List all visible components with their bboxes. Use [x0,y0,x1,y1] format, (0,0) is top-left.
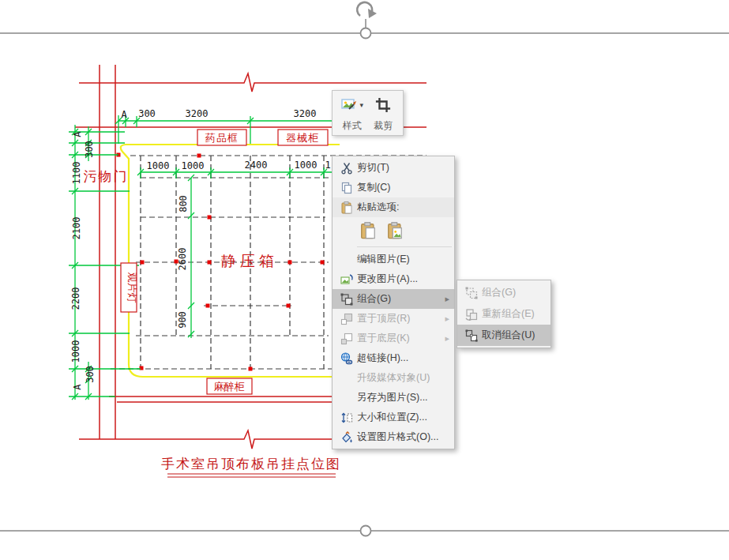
svg-text:800: 800 [178,195,189,212]
format-picture-icon [340,431,353,444]
medicine-cabinet-label: 药品框 [205,132,239,144]
paste-keep-source-icon [359,222,377,239]
crop-button[interactable]: 裁剪 [369,95,399,133]
menu-item-cut[interactable]: 剪切(T) [333,158,454,178]
svg-text:2400: 2400 [245,160,268,171]
group-icon [340,293,353,306]
style-button-label: 样式 [343,119,362,133]
svg-text:300: 300 [84,141,95,158]
svg-text:A: A [72,384,83,390]
submenu-arrow: ▸ [441,294,449,304]
menu-item-edit-picture[interactable]: 编辑图片(E) [333,250,454,269]
size-position-icon [340,412,353,424]
svg-text:1100: 1100 [71,162,82,185]
mini-toolbar: ▾ 样式 裁剪 [332,90,404,136]
menu-item-group[interactable]: 组合(G) ▸ [333,289,454,309]
style-dropdown-caret: ▾ [359,101,363,109]
copy-icon [340,182,353,194]
submenu-item-regroup[interactable]: 重新组合(E) [457,303,551,325]
submenu-arrow: ▸ [441,314,449,324]
paste-as-picture-icon [386,222,404,239]
paste-as-picture-button[interactable] [384,220,405,242]
svg-text:A: A [72,131,83,137]
menu-item-send-to-back[interactable]: 置于底层(K) ▸ [333,329,454,348]
paste-options-row [333,217,454,244]
menu-item-size-and-position[interactable]: 大小和位置(Z)... [333,408,454,427]
svg-text:2200: 2200 [70,288,81,310]
regroup-icon [465,308,478,321]
menu-separator [357,246,452,247]
change-picture-icon [340,273,353,286]
rotate-handle[interactable] [357,2,377,28]
group-submenu: 组合(G) 重新组合(E) 取消组合(U) [457,280,551,348]
menu-item-format-picture[interactable]: 设置图片格式(O)... [333,427,454,447]
cut-icon [340,162,353,175]
svg-text:2100: 2100 [71,217,82,240]
bring-to-front-icon [340,313,353,325]
svg-text:3200: 3200 [294,108,317,119]
menu-item-save-as-picture[interactable]: 另存为图片(S)... [333,388,454,408]
menu-item-hyperlink[interactable]: 超链接(H)... [333,348,454,368]
svg-text:手术室吊顶布板吊挂点位图: 手术室吊顶布板吊挂点位图 [161,457,341,472]
menu-item-copy[interactable]: 复制(C) [333,178,454,197]
submenu-item-ungroup[interactable]: 取消组合(U) [457,325,551,346]
film-viewer-label: 观片灯 [126,272,138,303]
svg-text:1000: 1000 [182,160,205,171]
dirty-door-label: 污物门 [84,169,129,184]
submenu-item-group[interactable]: 组合(G) [457,282,551,303]
style-button[interactable]: ▾ 样式 [337,95,367,133]
instrument-cabinet-label: 器械柜 [286,132,319,144]
submenu-arrow: ▸ [441,333,449,344]
menu-item-upgrade-media-object[interactable]: 升级媒体对象(U) [333,368,454,388]
svg-text:1000: 1000 [295,160,318,171]
dim-top-a: A [121,109,127,120]
ungroup-icon [465,329,478,342]
context-menu: 剪切(T) 复制(C) 粘贴选项: [332,156,455,449]
menu-item-change-picture[interactable]: 更改图片(A)... [333,269,454,289]
menu-item-bring-to-front[interactable]: 置于顶层(R) ▸ [333,309,454,329]
paste-icon [340,201,353,214]
svg-text:900: 900 [177,311,188,329]
send-to-back-icon [340,333,353,345]
crop-button-label: 裁剪 [374,119,393,133]
dimension-labels: A 300 3200 3200 1000 1000 2400 1000 1 A … [70,108,331,390]
picture-style-icon [340,96,358,114]
svg-text:300: 300 [85,366,96,383]
bottom-resize-handle[interactable] [361,526,371,536]
top-resize-handle[interactable] [361,28,371,39]
svg-text:300: 300 [138,108,156,119]
svg-text:1000: 1000 [147,160,170,171]
svg-text:1: 1 [325,160,330,171]
plenum-box-label: 静压箱 [221,253,278,269]
group-sub-icon [465,287,478,299]
paste-keep-source-button[interactable] [357,220,378,242]
svg-text:1000: 1000 [70,340,81,363]
svg-text:3200: 3200 [186,108,209,119]
page-background: { "mini_toolbar": { "style_label": "样式",… [0,0,729,560]
hyperlink-icon [340,352,353,365]
anesthesia-cabinet-label: 麻醉柜 [214,381,245,393]
drawing-title: 手术室吊顶布板吊挂点位图 [161,457,341,477]
crop-icon [375,97,391,113]
menu-item-paste-options: 粘贴选项: [333,197,454,217]
svg-text:2600: 2600 [177,248,188,271]
